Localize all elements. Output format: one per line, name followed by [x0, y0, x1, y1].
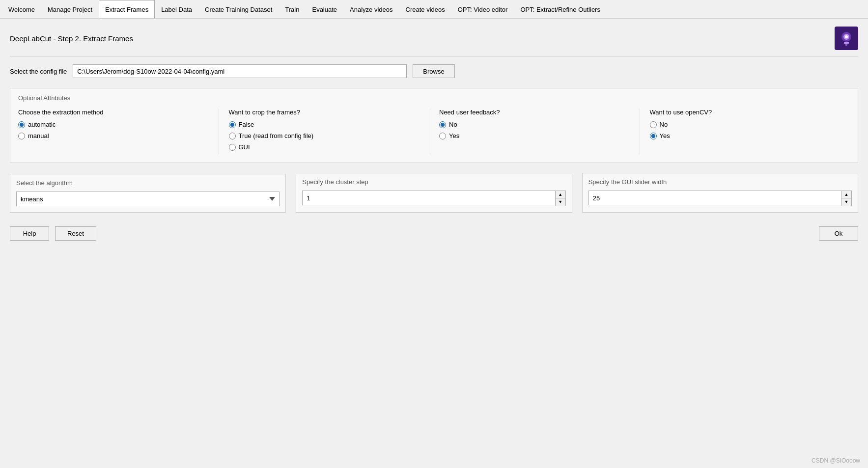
- extraction-method-title: Choose the extraction method: [18, 109, 209, 116]
- config-label: Select the config file: [10, 68, 67, 75]
- config-input[interactable]: [73, 64, 407, 78]
- optional-attributes-box: Optional Attributes Choose the extractio…: [10, 88, 858, 163]
- reset-button[interactable]: Reset: [55, 226, 96, 241]
- nav-tab-extract-frames[interactable]: Extract Frames: [99, 0, 155, 18]
- gui-slider-spinner-wrap: ▲ ▼: [588, 191, 852, 206]
- crop-frames-title: Want to crop the frames?: [229, 109, 420, 116]
- gui-slider-group: Specify the GUI slider width ▲ ▼: [582, 173, 858, 213]
- page-header: DeepLabCut - Step 2. Extract Frames: [10, 27, 858, 56]
- radio-feedback-yes[interactable]: Yes: [439, 132, 630, 139]
- cluster-step-group: Specify the cluster step ▲ ▼: [296, 173, 572, 213]
- opencv-group: Want to use openCV? No Yes: [650, 109, 850, 155]
- radio-opencv-yes[interactable]: Yes: [650, 132, 840, 139]
- gui-slider-title: Specify the GUI slider width: [588, 178, 852, 186]
- radio-opencv-no-label: No: [660, 121, 668, 128]
- radio-crop-gui-label: GUI: [239, 143, 250, 151]
- cluster-step-title: Specify the cluster step: [302, 178, 565, 186]
- gui-slider-input[interactable]: [588, 191, 841, 205]
- watermark: CSDN @SIOooow: [812, 457, 860, 464]
- radio-feedback-yes-label: Yes: [449, 132, 459, 139]
- algorithm-select[interactable]: kmeans uniform: [16, 192, 280, 206]
- cluster-step-up-button[interactable]: ▲: [556, 191, 565, 198]
- radio-automatic-label: automatic: [28, 121, 56, 128]
- radio-feedback-no-label: No: [449, 121, 457, 128]
- nav-tab-train[interactable]: Train: [279, 0, 306, 18]
- gui-slider-up-button[interactable]: ▲: [841, 191, 851, 198]
- gui-slider-down-button[interactable]: ▼: [841, 198, 851, 206]
- radio-crop-true-label: True (read from config file): [239, 132, 314, 139]
- cluster-step-spinner-wrap: ▲ ▼: [302, 191, 565, 206]
- radio-manual-label: manual: [28, 132, 49, 139]
- ok-button[interactable]: Ok: [819, 226, 858, 241]
- nav-tab-create-videos[interactable]: Create videos: [399, 0, 451, 18]
- crop-frames-group: Want to crop the frames? False True (rea…: [229, 109, 430, 155]
- nav-bar: WelcomeManage ProjectExtract FramesLabel…: [0, 0, 868, 19]
- nav-tab-label-data[interactable]: Label Data: [155, 0, 198, 18]
- radio-opencv-no[interactable]: No: [650, 121, 840, 128]
- radio-manual[interactable]: manual: [18, 132, 209, 139]
- radio-crop-true[interactable]: True (read from config file): [229, 132, 420, 139]
- app-logo: [835, 27, 858, 50]
- optional-attributes-title: Optional Attributes: [18, 94, 850, 102]
- nav-tab-opt--extract-refine-outliers[interactable]: OPT: Extract/Refine Outliers: [514, 0, 607, 18]
- radio-crop-false[interactable]: False: [229, 121, 420, 128]
- browse-button[interactable]: Browse: [413, 64, 454, 78]
- cluster-step-spinner-buttons: ▲ ▼: [555, 191, 566, 206]
- main-content: DeepLabCut - Step 2. Extract Frames Sele…: [0, 19, 868, 252]
- radio-automatic[interactable]: automatic: [18, 121, 209, 128]
- nav-tab-create-training-dataset[interactable]: Create Training Dataset: [198, 0, 279, 18]
- extraction-method-group: Choose the extraction method automatic m…: [18, 109, 219, 155]
- page-title: DeepLabCut - Step 2. Extract Frames: [10, 34, 133, 43]
- help-button[interactable]: Help: [10, 226, 49, 241]
- nav-tab-opt--video-editor[interactable]: OPT: Video editor: [451, 0, 514, 18]
- bottom-bar: Help Reset Ok: [10, 222, 858, 245]
- gui-slider-spinner-buttons: ▲ ▼: [841, 191, 852, 206]
- nav-tab-welcome[interactable]: Welcome: [2, 0, 41, 18]
- cluster-step-down-button[interactable]: ▼: [556, 198, 565, 206]
- opencv-title: Want to use openCV?: [650, 109, 840, 116]
- algorithm-row: Select the algorithm kmeans uniform Spec…: [10, 173, 858, 213]
- nav-tab-analyze-videos[interactable]: Analyze videos: [343, 0, 399, 18]
- nav-tab-manage-project[interactable]: Manage Project: [41, 0, 99, 18]
- algorithm-group: Select the algorithm kmeans uniform: [10, 174, 286, 213]
- radio-crop-false-label: False: [239, 121, 254, 128]
- user-feedback-title: Need user feedback?: [439, 109, 630, 116]
- nav-tab-evaluate[interactable]: Evaluate: [306, 0, 343, 18]
- config-row: Select the config file Browse: [10, 64, 858, 78]
- user-feedback-group: Need user feedback? No Yes: [439, 109, 640, 155]
- optional-inner: Choose the extraction method automatic m…: [18, 109, 850, 155]
- radio-feedback-no[interactable]: No: [439, 121, 630, 128]
- radio-crop-gui[interactable]: GUI: [229, 143, 420, 151]
- svg-rect-4: [844, 42, 849, 44]
- cluster-step-input[interactable]: [302, 191, 555, 205]
- svg-rect-5: [845, 44, 847, 46]
- svg-point-3: [845, 35, 848, 38]
- radio-opencv-yes-label: Yes: [660, 132, 670, 139]
- algorithm-title: Select the algorithm: [16, 179, 280, 187]
